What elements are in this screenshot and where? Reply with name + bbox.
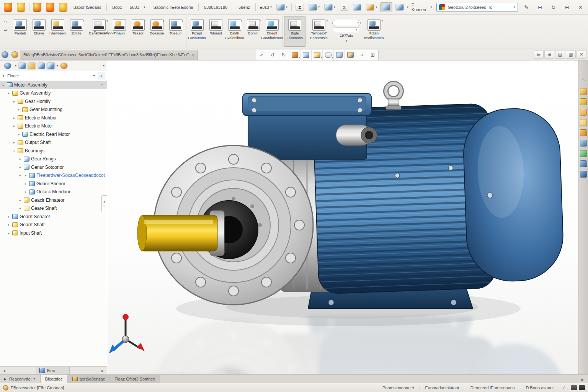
ribbon-button-8[interactable]: ▾ Doesuse [147, 16, 166, 47]
tab-model[interactable]: ► Reaconvdo: ▾ [0, 375, 40, 383]
tab-animation[interactable]: Fleaz Gftiot3 Somhex [110, 375, 160, 383]
tree-item[interactable]: ▸ Output Shaft [0, 139, 107, 147]
ribbon-button-11[interactable]: Ribaast [206, 16, 225, 47]
ribbon-button-14[interactable]: ▾ Ehegft Gaunhoieaoa [263, 16, 281, 47]
print-icon[interactable] [59, 3, 67, 12]
maximize-button[interactable]: ⊞ [562, 3, 572, 12]
close-button[interactable]: ✕ [575, 3, 586, 12]
design-library-icon[interactable] [580, 98, 587, 105]
view-tool-button[interactable]: ▾ [307, 3, 321, 12]
user-edit-icon[interactable]: ✎ [521, 3, 531, 12]
zoom-to-fit-icon[interactable]: « [256, 50, 267, 60]
undo-icon[interactable]: ↩ [4, 28, 8, 33]
ribbon-button-10[interactable]: Fizapt Gasnutana [188, 16, 206, 47]
tree-item-selected[interactable]: ▸ ▸ Fleetardwer-SocasGeoseaddocot [0, 172, 107, 180]
panel-flyout-handle[interactable]: ▴ ? [101, 195, 107, 212]
hide-show-icon[interactable]: ▾ [323, 50, 334, 60]
rebuild-button[interactable]: ▾ [275, 3, 289, 12]
tree-design-icon[interactable] [4, 62, 11, 69]
split-pane-icon[interactable]: ⊞ [544, 50, 554, 59]
tree-item[interactable]: ▸ Gear Assembly [0, 89, 107, 98]
decals-icon[interactable] [580, 140, 587, 147]
search-input[interactable]: Geotcoiui2-toitseees -rc ▾ [436, 3, 518, 12]
tree-item[interactable]: ▸ Gear Homily [0, 97, 107, 106]
custom-properties-icon[interactable] [580, 150, 587, 157]
document-back-icon[interactable] [11, 51, 18, 58]
undo-button[interactable]: E8s3 ▾ [258, 4, 273, 11]
configuration-combo[interactable]: ▾ [332, 20, 361, 26]
expand-arrow-icon[interactable]: ▸ [18, 165, 22, 169]
status-units-selector[interactable]: Deooteod lEamreooans [465, 385, 520, 390]
minimize-button[interactable]: ⊟ [535, 3, 545, 12]
appearances-icon[interactable] [580, 129, 587, 136]
pin-panel-icon[interactable]: ➶ [98, 72, 105, 80]
expand-arrow-icon[interactable]: ▸ [7, 231, 11, 235]
menu-edit[interactable]: Bob1 [109, 3, 125, 11]
expand-arrow-icon[interactable]: ▷ [12, 149, 16, 153]
ribbon-button-7[interactable]: ▾ Teasor [129, 16, 147, 47]
display-style-icon[interactable]: ▾ [312, 50, 323, 60]
tree-item[interactable]: ▸ Electric Motor [0, 122, 107, 131]
scene-icon[interactable] [345, 50, 356, 60]
tree-item[interactable]: ▸ Electric Reari Motor [0, 130, 107, 139]
motion-tool-button[interactable] [394, 3, 405, 12]
section-view-icon[interactable]: ▾ [289, 50, 301, 60]
options-icon[interactable]: ⊞ [367, 50, 378, 60]
tree-item[interactable]: ▸ Gearrt Sonaret [0, 212, 107, 221]
ribbon-button-18[interactable]: ▾ Fdtah tnvdlstatoea [363, 16, 385, 47]
measure-tool-button[interactable]: ⧖ [338, 3, 350, 12]
hourglass-tool-button[interactable]: ⧗ [294, 3, 305, 12]
ribbon-combo-group[interactable]: ▾ ▾ 19?7ato 1 [330, 16, 363, 47]
redo-icon[interactable]: ↪ [4, 19, 8, 24]
tree-sensors-icon[interactable] [38, 62, 45, 69]
zoom-area-icon[interactable]: ↺ [267, 50, 278, 60]
expand-arrow-icon[interactable]: ▸ [17, 108, 21, 111]
tree-item[interactable]: ▸ Gobnr Shenor [0, 180, 107, 188]
document-home-icon[interactable] [2, 51, 8, 58]
expand-arrow-icon[interactable]: ▸ [12, 116, 16, 120]
ribbon-button-1[interactable]: Paoteti [11, 16, 29, 47]
expand-arrow-icon[interactable]: ▸ [18, 198, 22, 202]
tree-item[interactable]: ▸ Geacir Ehnateor [0, 196, 107, 204]
filter-funnel-icon[interactable]: ▼ [2, 74, 5, 78]
forum-icon[interactable] [580, 160, 587, 167]
section-tool-button[interactable] [351, 3, 363, 12]
expand-arrow-icon[interactable]: ▸ [24, 190, 28, 194]
ribbon-button-3[interactable]: Ivlewbeen [48, 16, 67, 47]
menu-insert[interactable]: Sabonic l'Eeoi Eoomi [150, 3, 196, 11]
close-tab-icon[interactable]: ✕ [580, 377, 584, 383]
tree-config-icon[interactable] [60, 62, 68, 69]
expand-arrow-icon[interactable]: ▸ [17, 132, 21, 136]
tree-item[interactable]: ▸ Genur Sotoonor [0, 163, 107, 172]
tree-item[interactable]: ▸ Geare Slnaft [0, 204, 107, 213]
new-file-icon[interactable] [17, 3, 25, 12]
collapse-pane-icon[interactable]: ⊟ [534, 50, 544, 59]
render-tool-button[interactable] [380, 2, 392, 12]
appearance-icon[interactable] [334, 50, 345, 60]
pane-layout-icon[interactable]: ▤ [555, 50, 565, 59]
filter-clear-icon[interactable]: ✦ [93, 74, 96, 78]
expand-arrow-icon[interactable]: ▸ [12, 100, 16, 103]
toolbar-overflow-icon[interactable]: ▾ [407, 5, 408, 9]
chevron-down-icon[interactable]: ▾ [103, 64, 105, 67]
settings-tool-button[interactable]: ▾ [364, 3, 379, 12]
junction-box[interactable] [243, 93, 377, 159]
close-pane-icon[interactable]: ✕ [577, 50, 586, 59]
view-palette-icon[interactable] [580, 119, 587, 126]
expand-arrow-icon[interactable]: ▸ [7, 223, 11, 227]
file-explorer-icon[interactable] [580, 109, 587, 116]
resources-icon[interactable] [580, 88, 587, 95]
graphics-viewport[interactable] [107, 60, 578, 374]
gearmotor-assembly-model[interactable] [137, 83, 565, 309]
view-settings-icon[interactable]: ⇥ [356, 50, 367, 60]
tree-item-root[interactable]: ▸ Motor-Assembly ✧ [0, 81, 107, 89]
menu-view[interactable]: 5881 [127, 3, 142, 11]
add-ins-icon[interactable] [580, 171, 587, 178]
chevron-down-icon[interactable]: ▾ [514, 5, 515, 9]
ribbon-button-15-active[interactable]: Bigle Tiunmons [284, 16, 305, 47]
tree-item[interactable]: ▸ Gear Rrings [0, 155, 107, 163]
ribbon-button-2[interactable]: Ebave [29, 16, 48, 47]
tree-bottom-tab[interactable]: 5luc [36, 367, 70, 375]
lifting-eyebolt[interactable] [386, 83, 401, 109]
expand-arrow-icon[interactable]: ▸ [18, 157, 22, 161]
